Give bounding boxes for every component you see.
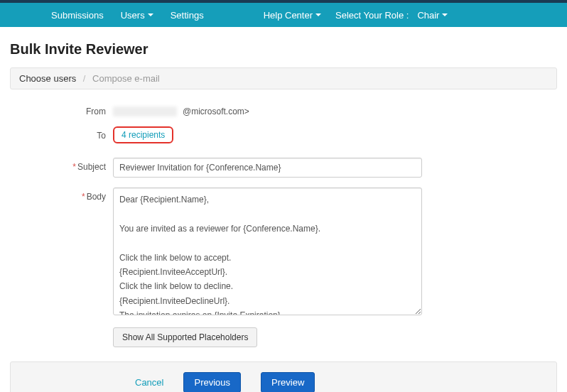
caret-icon: [315, 13, 321, 16]
role-selector[interactable]: Chair: [414, 3, 456, 27]
to-label: To: [10, 126, 113, 141]
subject-input[interactable]: [113, 158, 422, 178]
breadcrumb-step2: Compose e-mail: [92, 73, 160, 84]
caret-icon: [148, 13, 153, 16]
body-label: *Body: [10, 187, 113, 202]
body-textarea[interactable]: [113, 187, 422, 315]
nav-users[interactable]: Users: [112, 3, 162, 27]
recipients-link[interactable]: 4 recipients: [113, 126, 173, 143]
from-email-suffix: @microsoft.com>: [183, 107, 249, 116]
role-value: Chair: [417, 10, 439, 21]
nav-settings[interactable]: Settings: [162, 3, 212, 27]
nav-submissions[interactable]: Submissions: [43, 3, 112, 27]
breadcrumb: Choose users / Compose e-mail: [10, 67, 557, 89]
role-label: Select Your Role :: [330, 3, 414, 27]
breadcrumb-separator: /: [83, 73, 86, 84]
nav-users-label: Users: [121, 10, 145, 21]
required-star: *: [72, 162, 76, 172]
navbar: Submissions Users Settings Help Center S…: [0, 3, 567, 27]
required-star: *: [82, 192, 85, 202]
form-actions: Cancel Previous Preview: [10, 361, 557, 392]
page-title: Bulk Invite Reviewer: [10, 41, 557, 58]
from-value: @microsoft.com>: [113, 102, 249, 116]
from-name-redacted: [113, 107, 177, 116]
from-label: From: [10, 102, 113, 116]
cancel-button[interactable]: Cancel: [135, 377, 163, 388]
previous-button[interactable]: Previous: [183, 372, 241, 392]
subject-label: *Subject: [10, 158, 113, 172]
nav-help-center[interactable]: Help Center: [255, 3, 330, 27]
nav-help-center-label: Help Center: [264, 10, 313, 21]
breadcrumb-step1: Choose users: [19, 73, 76, 84]
show-placeholders-button[interactable]: Show All Supported Placeholders: [113, 327, 257, 347]
preview-button[interactable]: Preview: [261, 372, 315, 392]
caret-icon: [442, 13, 448, 16]
